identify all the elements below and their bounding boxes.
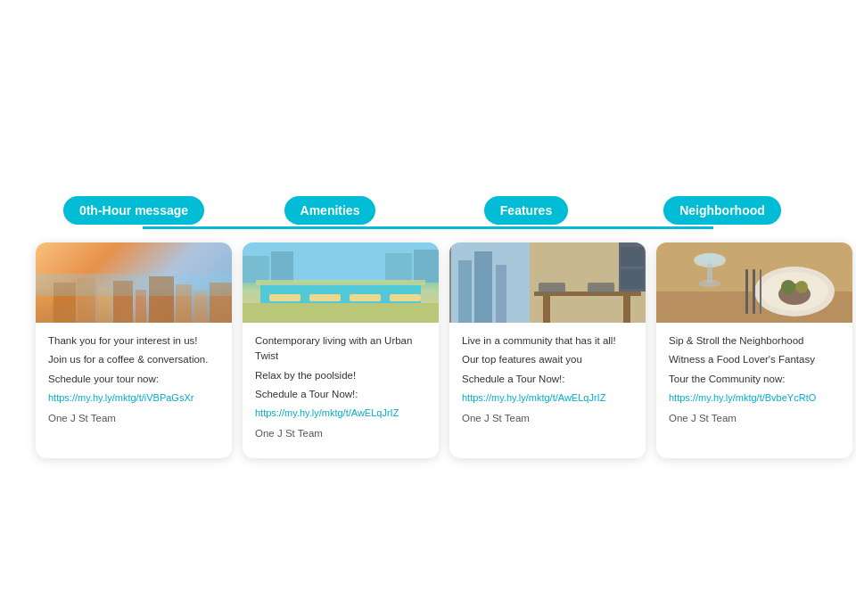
card-features-image xyxy=(449,242,646,323)
svg-rect-18 xyxy=(243,303,439,323)
card-0th-hour: Thank you for your interest in us! Join … xyxy=(36,242,232,458)
card-neighborhood-line2: Witness a Food Lover's Fantasy xyxy=(669,352,840,367)
svg-rect-15 xyxy=(414,250,439,283)
card-amenities-image xyxy=(243,242,439,323)
steps-row: 0th-Hour message Amenities Features Neig… xyxy=(36,196,820,225)
svg-rect-19 xyxy=(269,294,300,301)
svg-rect-8 xyxy=(194,292,207,323)
svg-rect-7 xyxy=(176,284,192,323)
card-features-text: Live in a community that has it all! Our… xyxy=(462,333,633,426)
svg-rect-4 xyxy=(113,281,133,323)
svg-rect-10 xyxy=(36,274,232,296)
svg-rect-0 xyxy=(36,292,52,323)
card-features-team: One J St Team xyxy=(462,411,633,426)
card-0th-line2: Join us for a coffee & conversation. xyxy=(48,352,219,367)
card-neighborhood-body: Sip & Stroll the Neighborhood Witness a … xyxy=(656,323,852,442)
step-features: Features xyxy=(428,196,624,225)
step-0th-label: 0th-Hour message xyxy=(63,196,204,225)
svg-rect-28 xyxy=(496,265,506,323)
svg-rect-49 xyxy=(745,269,748,314)
svg-rect-32 xyxy=(623,296,630,323)
step-neighborhood-label: Neighborhood xyxy=(663,196,781,225)
card-neighborhood-link[interactable]: https://my.hy.ly/mktg/t/BvbeYcRtO xyxy=(669,392,816,403)
step-0th-hour: 0th-Hour message xyxy=(36,196,232,225)
step-neighborhood: Neighborhood xyxy=(624,196,820,225)
step-features-label: Features xyxy=(484,196,568,225)
svg-rect-51 xyxy=(760,269,761,314)
svg-point-44 xyxy=(795,281,808,293)
svg-rect-9 xyxy=(210,283,232,323)
card-features-link[interactable]: https://my.hy.ly/mktg/t/AwELqJrIZ xyxy=(462,392,605,403)
svg-rect-33 xyxy=(539,283,565,293)
svg-rect-36 xyxy=(621,247,644,267)
card-neighborhood-image xyxy=(656,242,852,323)
svg-rect-20 xyxy=(309,294,341,301)
svg-rect-34 xyxy=(588,283,614,293)
card-features-line3: Schedule a Tour Now!: xyxy=(462,372,633,387)
card-amenities-link[interactable]: https://my.hy.ly/mktg/t/AwELqJrIZ xyxy=(255,407,399,418)
svg-rect-12 xyxy=(243,256,269,283)
svg-rect-17 xyxy=(256,280,425,285)
card-features-body: Live in a community that has it all! Our… xyxy=(449,323,646,442)
card-amenities: Contemporary living with an Urban Twist … xyxy=(243,242,439,458)
card-features-line1: Live in a community that has it all! xyxy=(462,333,633,349)
svg-rect-37 xyxy=(621,269,644,289)
card-0th-body: Thank you for your interest in us! Join … xyxy=(36,323,232,442)
timeline-line xyxy=(143,226,713,229)
svg-rect-3 xyxy=(98,287,111,323)
step-amenities-label: Amenities xyxy=(284,196,376,225)
card-0th-line3: Schedule your tour now: xyxy=(48,372,219,387)
svg-point-48 xyxy=(696,253,723,264)
svg-rect-26 xyxy=(458,260,472,323)
card-features-line2: Our top features await you xyxy=(462,352,633,367)
card-neighborhood-team: One J St Team xyxy=(669,411,840,426)
step-amenities: Amenities xyxy=(232,196,428,225)
svg-rect-27 xyxy=(474,251,492,323)
svg-point-47 xyxy=(699,280,720,287)
svg-rect-22 xyxy=(390,294,421,301)
card-amenities-body: Contemporary living with an Urban Twist … xyxy=(243,323,439,458)
card-0th-team: One J St Team xyxy=(48,411,219,426)
card-amenities-text: Contemporary living with an Urban Twist … xyxy=(255,333,426,442)
svg-rect-16 xyxy=(260,283,421,305)
card-0th-line1: Thank you for your interest in us! xyxy=(48,333,219,349)
card-amenities-team: One J St Team xyxy=(255,426,426,441)
svg-rect-5 xyxy=(136,290,146,323)
svg-rect-25 xyxy=(449,242,451,323)
card-0th-image xyxy=(36,242,232,323)
svg-point-43 xyxy=(781,280,795,294)
card-0th-link[interactable]: https://my.hy.ly/mktg/t/iVBPaGsXr xyxy=(48,392,193,403)
card-amenities-line2: Relax by the poolside! xyxy=(255,368,426,383)
svg-rect-21 xyxy=(350,294,381,301)
card-neighborhood: Sip & Stroll the Neighborhood Witness a … xyxy=(656,242,852,458)
card-neighborhood-line3: Tour the Community now: xyxy=(669,372,840,387)
card-features: Live in a community that has it all! Our… xyxy=(449,242,646,458)
svg-rect-31 xyxy=(543,296,550,323)
svg-rect-14 xyxy=(385,253,412,283)
svg-rect-50 xyxy=(753,269,755,314)
cards-row: Thank you for your interest in us! Join … xyxy=(36,242,820,458)
card-amenities-line3: Schedule a Tour Now!: xyxy=(255,387,426,402)
card-neighborhood-text: Sip & Stroll the Neighborhood Witness a … xyxy=(669,333,840,426)
card-neighborhood-line1: Sip & Stroll the Neighborhood xyxy=(669,333,840,349)
card-0th-text: Thank you for your interest in us! Join … xyxy=(48,333,219,426)
main-container: 0th-Hour message Amenities Features Neig… xyxy=(36,196,820,458)
svg-rect-13 xyxy=(271,251,293,283)
card-amenities-line1: Contemporary living with an Urban Twist xyxy=(255,333,426,365)
svg-rect-1 xyxy=(54,283,76,323)
